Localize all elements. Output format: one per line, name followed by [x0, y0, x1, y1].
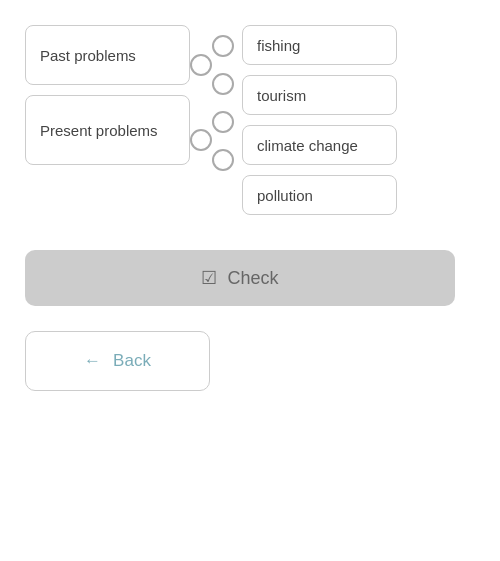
radio-group-left-present — [190, 105, 212, 175]
radio-left-past[interactable] — [190, 54, 212, 76]
right-item-tourism: tourism — [242, 75, 397, 115]
right-item-climate-change: climate change — [242, 125, 397, 165]
left-column: Past problems Present problems — [25, 25, 190, 165]
back-button[interactable]: ← Back — [25, 331, 210, 391]
check-button[interactable]: ☑ Check — [25, 250, 455, 306]
right-item-climate-change-label: climate change — [257, 137, 358, 154]
back-arrow-icon: ← — [84, 351, 101, 371]
radio-right-fishing[interactable] — [212, 35, 234, 57]
radio-right-pollution[interactable] — [212, 149, 234, 171]
left-item-past-problems: Past problems — [25, 25, 190, 85]
left-item-past-problems-label: Past problems — [40, 47, 136, 64]
right-item-tourism-label: tourism — [257, 87, 306, 104]
radio-column-right — [212, 25, 242, 171]
radio-left-present[interactable] — [190, 129, 212, 151]
check-button-label: Check — [227, 268, 278, 289]
right-item-pollution: pollution — [242, 175, 397, 215]
right-items-column: fishing tourism climate change pollution — [242, 25, 475, 215]
radio-right-tourism[interactable] — [212, 73, 234, 95]
back-button-label: Back — [113, 351, 151, 371]
right-item-fishing: fishing — [242, 25, 397, 65]
right-item-pollution-label: pollution — [257, 187, 313, 204]
radio-right-climate-change[interactable] — [212, 111, 234, 133]
radio-group-left-past — [190, 35, 212, 95]
left-item-present-problems: Present problems — [25, 95, 190, 165]
right-item-fishing-label: fishing — [257, 37, 300, 54]
check-icon: ☑ — [201, 267, 217, 289]
matching-exercise: Past problems Present problems fishing t… — [25, 25, 475, 215]
right-section: fishing tourism climate change pollution — [212, 25, 475, 215]
left-item-present-problems-label: Present problems — [40, 122, 158, 139]
